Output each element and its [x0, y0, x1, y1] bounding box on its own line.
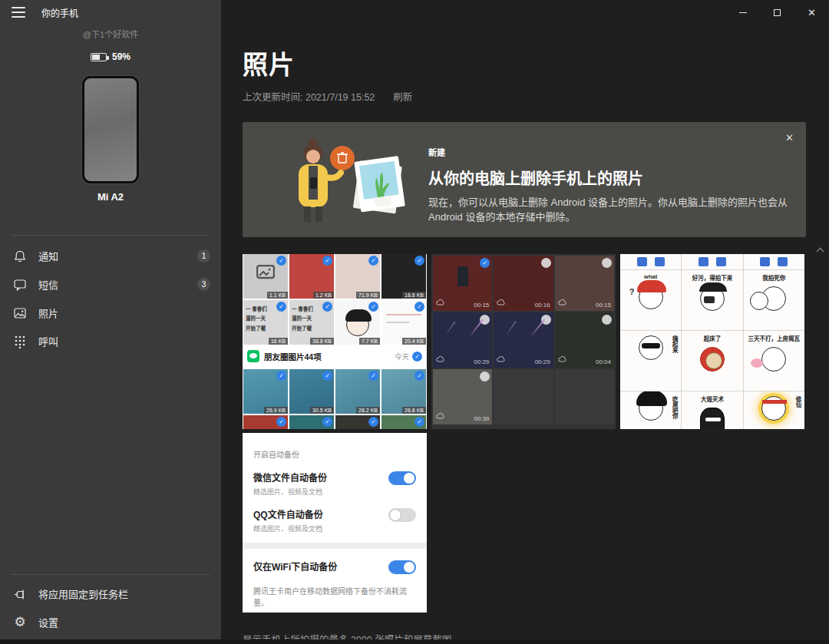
- cloud-icon: [436, 295, 444, 309]
- thumb-pool-photo: ✓ 30.5 KB: [289, 369, 334, 414]
- meme-cell: 嗨起来: [620, 331, 681, 391]
- photo-thumbnail-video-gallery[interactable]: ✓ 00:15 00:16 00:15: [431, 254, 616, 429]
- meme-face: [346, 313, 369, 336]
- divider: [11, 235, 210, 236]
- settings-note: 腾讯王卡用户在移动数据网络下备份不消耗流量。: [253, 585, 416, 608]
- cloud-icon: [497, 352, 505, 365]
- thumb-row: 一 青春们溜的一天开始了喔 ✓ 16 KB 一 青春们溜的一天开始了喔 ✓ 38…: [243, 300, 427, 345]
- file-size: 20.4 KB: [402, 338, 426, 345]
- thumb-placeholder: ✓ 1.1 KB: [243, 254, 288, 299]
- photo-thumbnail-backup-settings[interactable]: 开启自动备份 微信文件自动备份 精选图片、视频及文档 QQ文件自动备份 精选图片…: [243, 433, 427, 613]
- video-thumb: 00:15: [555, 256, 614, 311]
- check-icon: ✓: [276, 371, 286, 381]
- sidebar-item-label: 通知: [38, 249, 58, 263]
- message-badge: 3: [197, 278, 210, 291]
- sidebar-item-calls[interactable]: 呼叫: [0, 327, 221, 355]
- check-icon: ✓: [368, 256, 378, 266]
- hamburger-menu-icon[interactable]: [8, 4, 29, 21]
- banner-illustration: [282, 133, 413, 230]
- sidebar-bottom: 将应用固定到任务栏 ⚙ 设置: [0, 574, 221, 644]
- app-title: 你的手机: [41, 6, 78, 19]
- sidebar-item-messages[interactable]: 短信 3: [0, 270, 221, 299]
- settings-item: 微信文件自动备份 精选图片、视频及文档: [253, 471, 416, 497]
- select-circle-icon: [480, 315, 490, 325]
- album-date: 今天 ✓: [395, 351, 422, 362]
- thumb: ✓: [381, 415, 426, 429]
- dialpad-icon: [13, 335, 27, 348]
- grid-column-3: what 好污，得拍下来 我拍死你 嗨起来: [620, 254, 804, 613]
- thumb-pool-photo: ✓ 26.9 KB: [243, 369, 288, 414]
- video-duration: 00:16: [535, 302, 550, 309]
- meme-face: [639, 396, 663, 421]
- thumb: ✓ 18.8 KB: [381, 254, 426, 299]
- photo-grid: ✓ 1.1 KB ✓ 1.2 KB ✓ 71.9 KB ✓: [243, 254, 806, 613]
- window-controls: ✕: [725, 0, 829, 25]
- file-size: 30.5 KB: [310, 407, 334, 414]
- thumb-row: ✓ 1.1 KB ✓ 1.2 KB ✓ 71.9 KB ✓: [243, 254, 427, 299]
- battery-status: 59%: [0, 51, 221, 62]
- titlebar-left: 你的手机: [0, 0, 221, 25]
- phone-wallpaper-preview: [82, 76, 139, 183]
- banner-tag: 新建: [428, 146, 806, 158]
- meme-face: [700, 286, 725, 311]
- refresh-button[interactable]: 刷新: [393, 89, 412, 104]
- check-icon: ✓: [368, 417, 378, 427]
- select-circle-icon: [480, 372, 490, 381]
- maximize-button[interactable]: [760, 0, 794, 25]
- meme-cell: 吃屎吧你: [620, 391, 681, 429]
- thumb-girl-meme: ✓ 7.7 KB: [335, 300, 380, 345]
- watermark-text: @下1个好软件: [0, 28, 221, 40]
- file-size: 7.7 KB: [359, 338, 380, 345]
- sidebar-item-label: 短信: [38, 277, 58, 292]
- meme-cell: 起床了: [682, 331, 742, 391]
- check-icon: ✓: [414, 371, 424, 381]
- file-size: 18.8 KB: [402, 292, 426, 299]
- toggle-on: [388, 560, 416, 574]
- album-row: 朋友圈图片44项 今天 ✓: [243, 345, 427, 368]
- settings-button[interactable]: ⚙ 设置: [0, 608, 221, 636]
- video-duration: 00:39: [474, 415, 489, 422]
- meme-cell: 我拍死你: [744, 270, 804, 330]
- minimize-button[interactable]: [725, 0, 760, 25]
- empty-cell: [494, 369, 553, 424]
- cloud-icon: [436, 408, 444, 422]
- subheader: 上次更新时间: 2021/7/19 15:52 刷新: [243, 89, 829, 104]
- toggle-on: [388, 471, 416, 485]
- sidebar-item-notifications[interactable]: 通知 1: [0, 242, 221, 270]
- close-button[interactable]: ✕: [794, 0, 829, 25]
- check-icon: ✓: [322, 371, 332, 381]
- video-thumb: 00:16: [494, 256, 553, 311]
- video-thumb: 00:29: [494, 312, 553, 368]
- sidebar-item-photos[interactable]: 照片: [0, 299, 221, 327]
- thumb: ✓ 71.9 KB: [335, 254, 380, 299]
- check-icon: ✓: [368, 302, 378, 312]
- banner-title: 从你的电脑上删除手机上的照片: [428, 167, 806, 189]
- select-circle-icon: [541, 315, 551, 325]
- thumb-receipt: ✓ 20.4 KB: [381, 300, 426, 345]
- photo-thumbnail-meme-sheet[interactable]: what 好污，得拍下来 我拍死你 嗨起来: [620, 254, 804, 429]
- video-thumb: 00:39: [433, 369, 492, 424]
- video-thumb: 00:29: [433, 312, 492, 368]
- meme-cell: what: [620, 270, 681, 330]
- check-icon: ✓: [412, 352, 422, 362]
- thumb: ✓ 1.2 KB: [289, 254, 334, 299]
- video-duration: 00:29: [474, 358, 489, 365]
- cloud-icon: [497, 295, 505, 309]
- thumb-pool-photo: ✓ 28.2 KB: [335, 369, 380, 414]
- gear-icon: ⚙: [13, 616, 27, 629]
- page-title: 照片: [243, 45, 829, 81]
- meme-cell: 修仙: [744, 391, 804, 429]
- video-grid: ✓ 00:15 00:16 00:15: [431, 254, 616, 426]
- check-icon: ✓: [276, 256, 286, 266]
- check-icon: ✓: [414, 302, 424, 312]
- scrollbar-up-arrow[interactable]: [817, 247, 824, 253]
- video-thumb: 00:04: [555, 312, 614, 368]
- banner-body: 现在，你可以从电脑上删除 Android 设备上的照片。你从电脑上删除的照片也会…: [428, 196, 795, 225]
- file-size: 38.8 KB: [310, 338, 334, 345]
- pin-to-taskbar-button[interactable]: 将应用固定到任务栏: [0, 580, 221, 608]
- thumb-pool-photo: ✓ 26.8 KB: [381, 369, 426, 414]
- banner-close-icon[interactable]: ✕: [785, 132, 794, 144]
- thumb: ✓: [243, 415, 288, 429]
- photo-thumbnail-wechat-picker[interactable]: ✓ 1.1 KB ✓ 1.2 KB ✓ 71.9 KB ✓: [243, 254, 427, 429]
- check-icon: ✓: [322, 417, 332, 427]
